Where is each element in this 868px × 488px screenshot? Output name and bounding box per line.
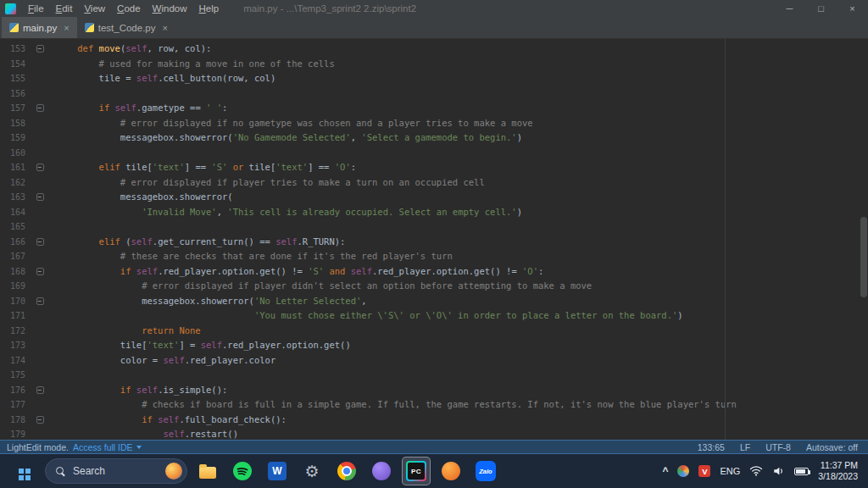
fold-column: − bbox=[31, 294, 49, 309]
line-number: 162 bbox=[0, 175, 31, 191]
editor-line[interactable]: 177 # checks if board is full in a simpl… bbox=[0, 397, 868, 413]
pycharm-button[interactable]: PC bbox=[402, 457, 431, 485]
start-button[interactable] bbox=[10, 457, 39, 485]
file-encoding[interactable]: UTF-8 bbox=[765, 442, 791, 452]
line-separator[interactable]: LF bbox=[740, 442, 750, 452]
editor-line[interactable]: 158 # error displayed if no gametype was… bbox=[0, 116, 868, 131]
editor-line[interactable]: 162 # error displayed if player tries to… bbox=[0, 175, 868, 191]
editor-line[interactable]: 166− elif (self.get_current_turn() == se… bbox=[0, 235, 868, 250]
editor-line[interactable]: 165 bbox=[0, 219, 868, 235]
editor-line[interactable]: 153− def move(self, row, col): bbox=[0, 42, 868, 57]
code-text: messagebox.showerror('No Gamemode Select… bbox=[49, 130, 522, 146]
menu-item-edit[interactable]: Edit bbox=[50, 0, 79, 17]
fold-icon[interactable]: − bbox=[36, 386, 44, 394]
chevron-down-icon bbox=[136, 446, 142, 449]
fold-column bbox=[31, 324, 49, 339]
zalo-button[interactable]: Zalo bbox=[471, 457, 500, 485]
menu-item-code[interactable]: Code bbox=[111, 0, 147, 17]
line-number: 167 bbox=[0, 249, 31, 264]
line-number: 158 bbox=[0, 116, 31, 131]
window-controls: ─ □ × bbox=[774, 0, 868, 17]
editor-line[interactable]: 179 self.restart() bbox=[0, 427, 868, 440]
editor-line[interactable]: 169 # error displayed if player didn't s… bbox=[0, 279, 868, 294]
minimize-icon[interactable]: ─ bbox=[774, 0, 805, 17]
editor-line[interactable]: 174 color = self.red_player.color bbox=[0, 353, 868, 369]
line-number: 171 bbox=[0, 308, 31, 324]
fold-icon[interactable]: − bbox=[36, 164, 44, 171]
language-indicator[interactable]: ENG bbox=[720, 466, 740, 476]
fold-icon[interactable]: − bbox=[36, 238, 44, 246]
menu-item-view[interactable]: View bbox=[78, 0, 111, 17]
tab-close-icon[interactable]: × bbox=[162, 23, 167, 33]
autosave-status[interactable]: Autosave: off bbox=[806, 442, 858, 452]
menu-item-help[interactable]: Help bbox=[193, 0, 225, 17]
tab-main-py[interactable]: main.py× bbox=[2, 17, 77, 38]
purple-app-button[interactable] bbox=[367, 457, 396, 485]
editor-line[interactable]: 171 'You must chose either \'S\' or \'O\… bbox=[0, 308, 868, 324]
editor-line[interactable]: 159 messagebox.showerror('No Gamemode Se… bbox=[0, 130, 868, 146]
editor-line[interactable]: 157− if self.gametype == ' ': bbox=[0, 101, 868, 116]
fold-icon[interactable]: − bbox=[36, 416, 44, 424]
taskbar-clock[interactable]: 11:37 PM 3/18/2023 bbox=[818, 460, 858, 482]
maximize-icon[interactable]: □ bbox=[805, 0, 837, 17]
code-area[interactable]: 153− def move(self, row, col):154 # used… bbox=[0, 42, 868, 440]
chrome-button[interactable] bbox=[332, 457, 361, 485]
editor-line[interactable]: 167 # these are checks that are done if … bbox=[0, 249, 868, 264]
editor-line[interactable]: 155 tile = self.cell_button(row, col) bbox=[0, 71, 868, 86]
editor-line[interactable]: 170− messagebox.showerror('No Letter Sel… bbox=[0, 294, 868, 309]
code-text: color = self.red_player.color bbox=[49, 353, 275, 369]
code-text: if self.red_player.option.get() != 'S' a… bbox=[49, 264, 543, 280]
hidden-icons-chevron[interactable]: ^ bbox=[662, 465, 668, 477]
lightedit-mode-label: LightEdit mode. bbox=[7, 442, 69, 452]
code-text: self.restart() bbox=[49, 427, 238, 440]
code-text: if self.gametype == ' ': bbox=[49, 101, 227, 116]
wifi-icon[interactable] bbox=[749, 465, 763, 477]
scrollbar-thumb[interactable] bbox=[860, 217, 867, 297]
editor-line[interactable]: 156 bbox=[0, 86, 868, 102]
editor-line[interactable]: 154 # used for making a move in one of t… bbox=[0, 57, 868, 72]
editor-scrollbar[interactable] bbox=[860, 39, 868, 440]
fold-icon[interactable]: − bbox=[36, 193, 44, 201]
zalo-icon: Zalo bbox=[476, 461, 496, 481]
editor-line[interactable]: 175 bbox=[0, 368, 868, 383]
editor-line[interactable]: 168− if self.red_player.option.get() != … bbox=[0, 264, 868, 280]
unikey-icon[interactable]: V bbox=[698, 465, 710, 477]
file-explorer-button[interactable] bbox=[193, 457, 222, 485]
editor-line[interactable]: 163− messagebox.showerror( bbox=[0, 190, 868, 205]
spotify-button[interactable] bbox=[228, 457, 257, 485]
volume-icon[interactable] bbox=[772, 465, 785, 477]
line-number: 161 bbox=[0, 160, 31, 175]
editor-line[interactable]: 176− if self.is_simple(): bbox=[0, 383, 868, 398]
tray-app-icon[interactable] bbox=[677, 465, 689, 477]
fold-column: − bbox=[31, 235, 49, 250]
menu-item-window[interactable]: Window bbox=[147, 0, 193, 17]
fold-icon[interactable]: − bbox=[36, 45, 44, 53]
taskbar-search[interactable]: Search bbox=[45, 458, 187, 484]
orange-app-button[interactable] bbox=[437, 457, 465, 485]
close-icon[interactable]: × bbox=[837, 0, 868, 17]
editor[interactable]: 153− def move(self, row, col):154 # used… bbox=[0, 39, 868, 440]
editor-line[interactable]: 173 tile['text'] = self.red_player.optio… bbox=[0, 338, 868, 353]
status-bar: LightEdit mode. Access full IDE 133:65 L… bbox=[0, 440, 868, 454]
fold-icon[interactable]: − bbox=[36, 297, 44, 305]
search-highlight-icon bbox=[165, 463, 182, 480]
editor-line[interactable]: 160 bbox=[0, 146, 868, 161]
menu-item-file[interactable]: File bbox=[22, 0, 50, 17]
settings-button[interactable]: ⚙ bbox=[298, 457, 326, 485]
battery-icon[interactable] bbox=[794, 468, 809, 475]
tab-close-icon[interactable]: × bbox=[64, 23, 69, 33]
fold-icon[interactable]: − bbox=[36, 268, 44, 275]
line-number: 160 bbox=[0, 146, 31, 161]
fold-icon[interactable]: − bbox=[36, 104, 44, 112]
caret-position[interactable]: 133:65 bbox=[698, 442, 725, 452]
fold-column bbox=[31, 116, 49, 131]
code-text bbox=[49, 219, 56, 235]
editor-line[interactable]: 164 'Invalid Move', 'This cell is alread… bbox=[0, 205, 868, 220]
editor-line[interactable]: 161− elif tile['text'] == 'S' or tile['t… bbox=[0, 160, 868, 175]
editor-line[interactable]: 172 return None bbox=[0, 324, 868, 339]
editor-line[interactable]: 178− if self.full_board_check(): bbox=[0, 413, 868, 428]
tab-test_Code-py[interactable]: test_Code.py× bbox=[77, 17, 175, 38]
fold-column bbox=[31, 130, 49, 146]
word-button[interactable]: W bbox=[263, 457, 292, 485]
access-full-ide-link[interactable]: Access full IDE bbox=[73, 442, 142, 452]
